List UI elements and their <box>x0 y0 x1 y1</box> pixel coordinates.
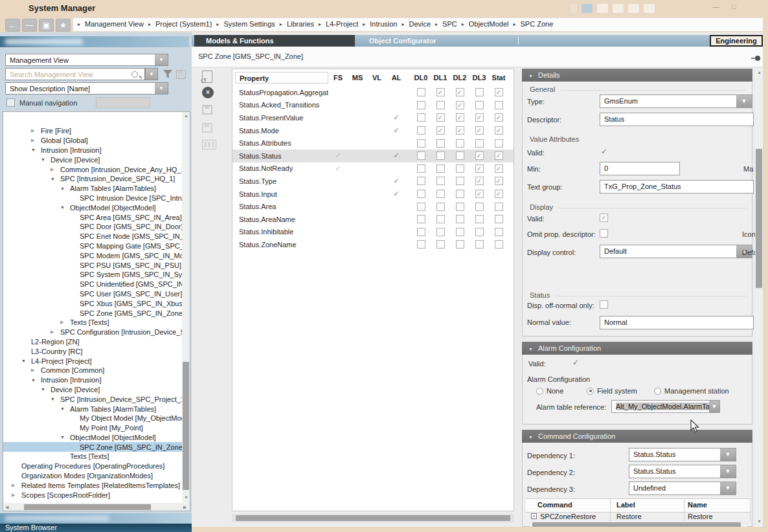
layout-list-icon[interactable] <box>597 4 608 13</box>
alarm-table-ref-dropdown[interactable]: Alt_My_ObjectModel.AlarmTa ▼ <box>611 400 720 413</box>
favorites-star-button[interactable]: ★ <box>56 19 71 32</box>
tree-item[interactable]: Texts [Texts] <box>3 452 182 461</box>
tree-item[interactable]: ▼SPC [Intrusion_Device_SPC_Project_1] <box>3 394 182 404</box>
details-section-header[interactable]: ▼Details <box>522 69 752 82</box>
collapse-arrow-icon[interactable]: ▼ <box>51 397 60 401</box>
filter-icon[interactable] <box>163 70 172 78</box>
revert-changes-icon[interactable]: ↺ <box>202 71 212 83</box>
level-checkbox-stat[interactable]: ✓ <box>495 164 503 173</box>
expand-arrow-icon[interactable]: ▶ <box>12 483 21 488</box>
layout-grid-icon[interactable] <box>628 4 639 13</box>
column-header-vl[interactable]: VL <box>367 74 387 82</box>
dependency2-dropdown[interactable]: Status.Status ▼ <box>629 465 736 478</box>
level-checkbox-stat[interactable]: ✓ <box>495 177 503 185</box>
column-header-dl0[interactable]: DL0 <box>411 74 431 82</box>
chevron-down-icon[interactable]: ▼ <box>720 482 736 494</box>
expand-arrow-icon[interactable]: ▶ <box>12 493 21 498</box>
level-checkbox-dl2[interactable]: ✓ <box>456 101 464 109</box>
details-vertical-scrollbar[interactable]: ▲ ▼ <box>755 69 763 527</box>
column-header-dl3[interactable]: DL3 <box>469 74 489 82</box>
property-row[interactable]: StatusPropagation.Aggregat✓✓✓ <box>232 86 514 99</box>
level-checkbox-dl1[interactable] <box>436 177 445 185</box>
collapse-arrow-icon[interactable]: ▼ <box>21 359 31 363</box>
tree-item[interactable]: ▼ObjectModel [ObjectModel] <box>3 433 182 443</box>
tree-item[interactable]: SPC Enet Node [GMS_SPC_IN_EnetN <box>3 232 182 241</box>
level-checkbox-dl3[interactable] <box>475 101 484 109</box>
chevron-down-icon[interactable]: ▼ <box>720 465 736 478</box>
level-checkbox-dl1[interactable] <box>436 190 445 198</box>
level-checkbox-stat[interactable] <box>495 101 503 109</box>
level-checkbox-dl1[interactable] <box>436 101 445 109</box>
label-cell[interactable]: Restore <box>616 513 642 520</box>
level-checkbox-dl2[interactable] <box>456 151 464 160</box>
tree-item[interactable]: ▼Alarm Tables [AlarmTables] <box>3 184 182 194</box>
collapsed-panel-bar[interactable] <box>0 513 192 524</box>
level-checkbox-dl3[interactable] <box>475 88 484 96</box>
chevron-down-icon[interactable]: ▼ <box>155 54 168 65</box>
minimize-icon[interactable]: — <box>712 3 719 10</box>
collapse-arrow-icon[interactable]: ▼ <box>60 186 70 191</box>
level-checkbox-dl3[interactable]: ✓ <box>475 164 484 173</box>
tree-vertical-scrollbar[interactable]: ▲ ▼ <box>182 112 190 503</box>
level-checkbox-dl0[interactable] <box>417 113 425 122</box>
column-header-stat[interactable]: Stat <box>489 74 508 82</box>
scroll-down-icon[interactable]: ▼ <box>184 495 188 500</box>
collapse-arrow-icon[interactable]: ▼ <box>41 157 51 162</box>
tree-item[interactable]: ▼Intrusion [Intrusion] <box>3 375 182 385</box>
property-column-header[interactable]: Property <box>235 72 328 83</box>
breadcrumb-item[interactable]: Project (System1) <box>155 20 212 28</box>
tree-hscrollbar-thumb[interactable] <box>24 504 151 510</box>
level-checkbox-dl3[interactable]: ✓ <box>475 126 484 135</box>
expand-arrow-icon[interactable]: ▶ <box>31 368 41 373</box>
breadcrumb-item[interactable]: SPC Zone <box>521 20 554 28</box>
level-checkbox-dl0[interactable] <box>417 215 425 223</box>
property-row[interactable]: Status.AreaName <box>232 213 514 226</box>
tree-item[interactable]: ▶SPC Configuration [Intrusion_Device_SPC… <box>3 327 182 337</box>
pin-icon[interactable] <box>751 56 760 61</box>
display-control-dropdown[interactable]: Default ▼ <box>600 245 752 258</box>
table-layout-icon[interactable] <box>202 140 216 150</box>
tree-item[interactable]: SPC Area [GMS_SPC_IN_Area] <box>3 212 182 222</box>
level-checkbox-dl2[interactable] <box>456 228 464 236</box>
property-row[interactable]: Status.Acked_Transitions✓ <box>232 99 514 112</box>
level-checkbox-dl2[interactable] <box>456 177 464 185</box>
breadcrumb-item[interactable]: Management View <box>85 20 144 28</box>
level-checkbox-dl2[interactable]: ✓ <box>456 126 464 135</box>
level-checkbox-dl1[interactable] <box>436 215 445 223</box>
chevron-down-icon[interactable]: ▼ <box>736 95 752 107</box>
level-checkbox-stat[interactable]: ✓ <box>495 88 503 96</box>
column-header-fs[interactable]: FS <box>328 74 348 82</box>
property-row[interactable]: Status.Inhibitable <box>232 226 514 239</box>
level-checkbox-dl3[interactable] <box>475 203 484 211</box>
level-checkbox-dl2[interactable]: ✓ <box>456 88 464 96</box>
scroll-up-icon[interactable]: ▲ <box>184 113 188 118</box>
engineering-mode-tab[interactable]: Engineering <box>710 35 763 47</box>
property-row[interactable]: Status.PresentValue✓✓✓✓✓ <box>232 111 514 124</box>
chevron-down-icon[interactable]: ▼ <box>720 449 736 461</box>
details-scrollbar-thumb[interactable] <box>756 149 762 288</box>
label-column-header[interactable]: Label <box>616 501 635 509</box>
collapse-arrow-icon[interactable]: ▼ <box>528 435 533 439</box>
level-checkbox-dl3[interactable]: ✓ <box>475 190 484 198</box>
table-horizontal-scrollbar[interactable] <box>232 514 514 522</box>
tree-item[interactable]: My Point [My_Point] <box>3 423 182 433</box>
search-options-dropdown[interactable]: ▼ <box>145 68 158 80</box>
omit-descriptor-checkbox[interactable] <box>600 229 608 238</box>
tree-scrollbar-thumb[interactable] <box>183 362 189 490</box>
level-checkbox-stat[interactable] <box>495 228 503 236</box>
level-checkbox-dl3[interactable]: ✓ <box>475 177 484 185</box>
tree-item[interactable]: ▼Alarm Tables [AlarmTables] <box>3 404 182 414</box>
breadcrumb-item[interactable]: L4-Project <box>326 20 358 28</box>
search-input[interactable]: Search Management View <box>5 68 145 80</box>
breadcrumb-item[interactable]: ObjectModel <box>469 20 509 28</box>
collapse-arrow-icon[interactable]: ▼ <box>31 378 41 382</box>
property-row[interactable]: Status.Area <box>232 200 514 213</box>
breadcrumb-item[interactable]: Intrusion <box>370 20 397 28</box>
tree-item[interactable]: ▶Related Items Templates [RelatedItemsTe… <box>3 480 182 490</box>
descriptor-input[interactable]: Status <box>600 113 754 126</box>
level-checkbox-dl1[interactable] <box>436 164 445 173</box>
breadcrumb-item[interactable]: Libraries <box>287 20 314 28</box>
name-column-header[interactable]: Name <box>688 501 707 509</box>
save-icon[interactable] <box>202 105 212 115</box>
dependency1-dropdown[interactable]: Status.Status ▼ <box>629 448 736 461</box>
